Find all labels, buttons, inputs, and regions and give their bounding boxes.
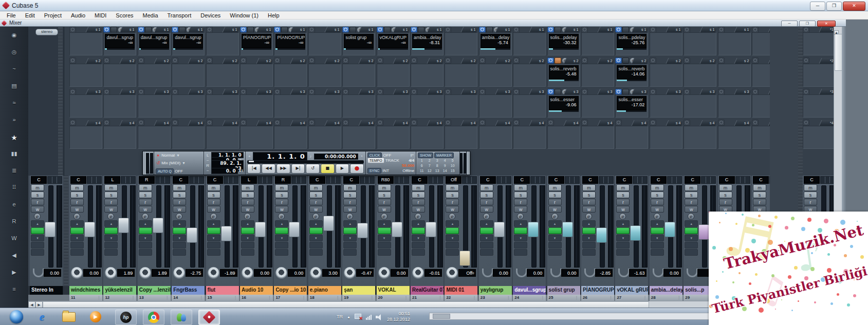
menu-midi[interactable]: MIDI: [90, 12, 111, 19]
eq-state-button[interactable]: [173, 249, 186, 256]
eq-state-button[interactable]: [139, 249, 152, 256]
send-power-icon[interactable]: [274, 27, 281, 33]
edit-channel-button[interactable]: e: [34, 213, 41, 220]
send-destination[interactable]: davul...sgrup-∞: [173, 34, 203, 48]
read-automation-button[interactable]: r: [446, 199, 459, 205]
eq-state-button[interactable]: [241, 249, 254, 256]
mute-button[interactable]: m: [412, 184, 425, 191]
send-slot-ambia-delay[interactable]: s 4: [650, 120, 682, 149]
solo-button[interactable]: s: [480, 192, 493, 198]
pan-control[interactable]: R80: [378, 176, 394, 184]
fader-handle[interactable]: [392, 222, 402, 237]
channel-name-e-piano[interactable]: e.piano: [308, 286, 342, 295]
send-power-icon[interactable]: [308, 58, 315, 64]
pan-control[interactable]: C: [70, 176, 86, 184]
input-routing-button[interactable]: ▴: [139, 220, 152, 227]
send-power-icon[interactable]: [308, 27, 315, 33]
taskbar-cubase-icon[interactable]: [198, 310, 220, 325]
send-power-icon[interactable]: [547, 27, 554, 33]
monitor-button[interactable]: [582, 227, 596, 234]
send-slot-midi-01[interactable]: s 1: [445, 27, 477, 56]
pan-control[interactable]: C: [616, 176, 632, 184]
fader-handle[interactable]: [596, 227, 607, 243]
transport-panel[interactable]: ● Normal ▾ ↺ Mix (MIDI) ▾ AUTO Q OFF L 1…: [142, 151, 470, 175]
fader-handle[interactable]: [153, 218, 163, 233]
output-routing-button[interactable]: ▾: [241, 235, 254, 241]
send-power-icon[interactable]: [411, 58, 417, 64]
send-power-icon[interactable]: [718, 58, 725, 64]
mute-button[interactable]: m: [104, 184, 118, 191]
send-power-icon[interactable]: [69, 27, 76, 33]
send-slot-davul-sgrup[interactable]: s 4: [513, 120, 546, 149]
send-slot-flut[interactable]: s 2: [206, 58, 239, 87]
monitor-button[interactable]: [173, 227, 186, 234]
solo-button[interactable]: s: [446, 192, 459, 198]
send-slot-copy-io-10[interactable]: s 2: [274, 58, 307, 87]
monitor-button[interactable]: [685, 227, 698, 234]
channel-knob[interactable]: [378, 267, 390, 279]
send-prefader-icon[interactable]: [247, 27, 254, 33]
fader-handle[interactable]: [357, 223, 368, 238]
marker-2[interactable]: 2: [426, 158, 433, 163]
send-slot-ch30[interactable]: s 3: [718, 89, 751, 118]
send-power-icon[interactable]: [138, 58, 144, 64]
tempo-value[interactable]: 58.000: [402, 163, 414, 168]
insert-state-button[interactable]: [685, 242, 698, 248]
send-power-icon[interactable]: [377, 89, 383, 95]
send-power-icon[interactable]: [803, 58, 809, 64]
eq-state-button[interactable]: [651, 249, 664, 256]
pan-control[interactable]: C: [343, 176, 359, 184]
fader-handle[interactable]: [84, 222, 95, 237]
vertical-scroll-thumb[interactable]: [835, 34, 842, 71]
monitor-button[interactable]: [651, 227, 664, 234]
send-prefader-icon[interactable]: [622, 27, 629, 33]
channel-knob[interactable]: [446, 267, 458, 279]
marker-10[interactable]: 10: [449, 163, 456, 168]
input-routing-button[interactable]: ▴: [446, 220, 459, 227]
send-slot-vokal[interactable]: s 4: [377, 120, 410, 149]
send-slot-midi-01[interactable]: s 3: [445, 89, 477, 118]
solo-button[interactable]: s: [719, 192, 732, 198]
send-power-icon[interactable]: [172, 58, 178, 64]
send-level-bar[interactable]: [617, 80, 647, 81]
send-slot-vokal[interactable]: s 2: [377, 58, 410, 87]
goto-end-button[interactable]: ▶|: [291, 164, 305, 174]
output-routing-button[interactable]: ▾: [651, 235, 664, 241]
write-automation-button[interactable]: w: [582, 206, 596, 213]
read-automation-button[interactable]: r: [31, 199, 44, 205]
send-slot-copy-lenzil[interactable]: s 4: [138, 120, 171, 149]
stop-button[interactable]: ■: [321, 164, 335, 174]
send-slot-e-piano[interactable]: s 1: [308, 27, 341, 56]
fader-track[interactable]: [190, 185, 195, 267]
pan-control[interactable]: C: [207, 176, 223, 184]
write-automation-button[interactable]: w: [173, 206, 186, 213]
marker-9[interactable]: 9: [441, 163, 449, 168]
read-automation-button[interactable]: r: [207, 199, 220, 205]
send-power-icon[interactable]: [240, 27, 247, 33]
send-power-icon[interactable]: [581, 27, 588, 33]
fader-value[interactable]: 0.00: [561, 269, 579, 277]
monitor-button[interactable]: [309, 227, 323, 234]
fader-value[interactable]: -2.75: [186, 269, 203, 277]
write-automation-button[interactable]: w: [446, 206, 459, 213]
input-routing-button[interactable]: ▴: [207, 220, 220, 227]
send-slot-copy-io-10[interactable]: s 3: [274, 89, 307, 118]
fader-value[interactable]: 0.00: [83, 269, 101, 277]
send-power-icon[interactable]: [103, 58, 110, 64]
monitor-button[interactable]: [275, 227, 288, 234]
write-automation-button[interactable]: w: [275, 206, 288, 213]
marker-8[interactable]: 8: [433, 163, 441, 168]
fader-handle[interactable]: [289, 222, 300, 237]
read-automation-button[interactable]: r: [173, 199, 186, 205]
edit-channel-button[interactable]: e: [346, 213, 353, 220]
input-routing-button[interactable]: ▴: [412, 220, 425, 227]
precount-icon[interactable]: ‖*: [410, 153, 414, 158]
output-routing-button[interactable]: ▾: [446, 235, 459, 241]
send-slot-davul-sgrup[interactable]: s 1: [513, 27, 546, 56]
send-power-icon[interactable]: [615, 27, 622, 33]
read-automation-button[interactable]: r: [548, 199, 562, 205]
eq-state-button[interactable]: [446, 249, 459, 256]
maximize-button[interactable]: ❐: [826, 2, 842, 11]
monitor-button[interactable]: [378, 227, 391, 234]
fader-handle[interactable]: [562, 222, 573, 237]
